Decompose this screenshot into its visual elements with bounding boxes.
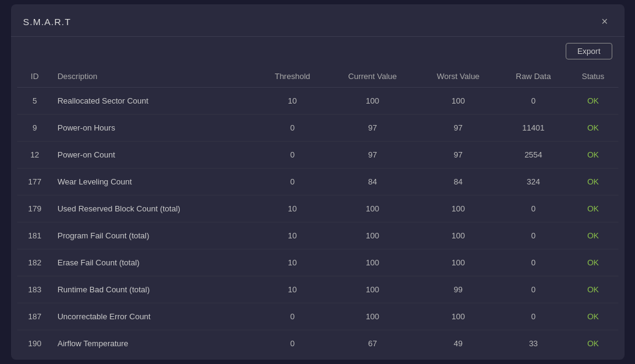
col-threshold: Threshold [258,66,328,88]
dialog-header: S.M.A.R.T × [11,4,625,37]
cell-id: 187 [17,303,53,330]
cell-threshold: 0 [258,330,328,354]
cell-status: OK [568,303,618,330]
table-row: 183Runtime Bad Count (total)10100990OK [17,276,618,303]
smart-dialog: S.M.A.R.T × Export ID Description Thresh… [11,4,625,360]
table-row: 179Used Reserved Block Count (total)1010… [17,195,618,222]
header-row: ID Description Threshold Current Value W… [17,66,618,88]
cell-raw_data: 2554 [499,142,568,169]
cell-description: Airflow Temperature [53,330,258,354]
cell-current_value: 97 [328,142,418,169]
cell-current_value: 100 [328,195,418,222]
cell-raw_data: 0 [499,195,568,222]
cell-description: Wear Leveling Count [53,169,258,195]
cell-threshold: 0 [258,169,328,195]
cell-status: OK [568,222,618,249]
col-current-value: Current Value [328,66,418,88]
close-button[interactable]: × [598,14,612,29]
cell-current_value: 67 [328,330,418,354]
cell-status: OK [568,249,618,276]
table-row: 5Reallocated Sector Count101001000OK [17,88,618,115]
cell-status: OK [568,330,618,354]
cell-status: OK [568,142,618,169]
cell-id: 190 [17,330,53,354]
cell-worst_value: 84 [418,169,499,195]
table-row: 9Power-on Hours0979711401OK [17,115,618,142]
cell-threshold: 10 [258,222,328,249]
cell-id: 9 [17,115,53,142]
cell-current_value: 100 [328,222,418,249]
cell-id: 12 [17,142,53,169]
table-row: 187Uncorrectable Error Count01001000OK [17,303,618,330]
cell-threshold: 10 [258,88,328,115]
cell-description: Uncorrectable Error Count [53,303,258,330]
toolbar: Export [11,37,625,66]
cell-worst_value: 99 [418,276,499,303]
cell-raw_data: 11401 [499,115,568,142]
table-row: 177Wear Leveling Count08484324OK [17,169,618,195]
cell-status: OK [568,276,618,303]
dialog-title: S.M.A.R.T [23,17,71,27]
cell-raw_data: 0 [499,88,568,115]
cell-status: OK [568,195,618,222]
cell-id: 5 [17,88,53,115]
cell-worst_value: 100 [418,195,499,222]
cell-raw_data: 0 [499,303,568,330]
cell-threshold: 10 [258,249,328,276]
cell-threshold: 10 [258,195,328,222]
cell-id: 177 [17,169,53,195]
cell-current_value: 84 [328,169,418,195]
cell-threshold: 0 [258,303,328,330]
cell-worst_value: 97 [418,142,499,169]
cell-description: Used Reserved Block Count (total) [53,195,258,222]
cell-id: 183 [17,276,53,303]
cell-current_value: 100 [328,88,418,115]
smart-table: ID Description Threshold Current Value W… [17,66,618,354]
table-body: 5Reallocated Sector Count101001000OK9Pow… [17,88,618,354]
table-row: 182Erase Fail Count (total)101001000OK [17,249,618,276]
cell-threshold: 0 [258,142,328,169]
cell-worst_value: 100 [418,303,499,330]
cell-worst_value: 100 [418,88,499,115]
table-container[interactable]: ID Description Threshold Current Value W… [11,66,625,354]
cell-description: Erase Fail Count (total) [53,249,258,276]
cell-status: OK [568,169,618,195]
cell-id: 182 [17,249,53,276]
cell-threshold: 0 [258,115,328,142]
cell-raw_data: 0 [499,249,568,276]
table-row: 12Power-on Count097972554OK [17,142,618,169]
cell-raw_data: 0 [499,222,568,249]
cell-description: Runtime Bad Count (total) [53,276,258,303]
cell-current_value: 100 [328,249,418,276]
export-button[interactable]: Export [566,43,612,59]
cell-description: Power-on Hours [53,115,258,142]
cell-raw_data: 0 [499,276,568,303]
cell-worst_value: 49 [418,330,499,354]
cell-worst_value: 100 [418,249,499,276]
col-raw-data: Raw Data [499,66,568,88]
cell-raw_data: 324 [499,169,568,195]
col-status: Status [568,66,618,88]
col-description: Description [53,66,258,88]
table-row: 190Airflow Temperature0674933OK [17,330,618,354]
cell-id: 181 [17,222,53,249]
cell-current_value: 100 [328,303,418,330]
cell-description: Power-on Count [53,142,258,169]
col-worst-value: Worst Value [418,66,499,88]
table-row: 181Program Fail Count (total)101001000OK [17,222,618,249]
cell-status: OK [568,88,618,115]
col-id: ID [17,66,53,88]
cell-description: Program Fail Count (total) [53,222,258,249]
cell-raw_data: 33 [499,330,568,354]
cell-worst_value: 100 [418,222,499,249]
cell-worst_value: 97 [418,115,499,142]
cell-status: OK [568,115,618,142]
cell-current_value: 97 [328,115,418,142]
cell-description: Reallocated Sector Count [53,88,258,115]
table-header: ID Description Threshold Current Value W… [17,66,618,88]
cell-id: 179 [17,195,53,222]
cell-threshold: 10 [258,276,328,303]
cell-current_value: 100 [328,276,418,303]
